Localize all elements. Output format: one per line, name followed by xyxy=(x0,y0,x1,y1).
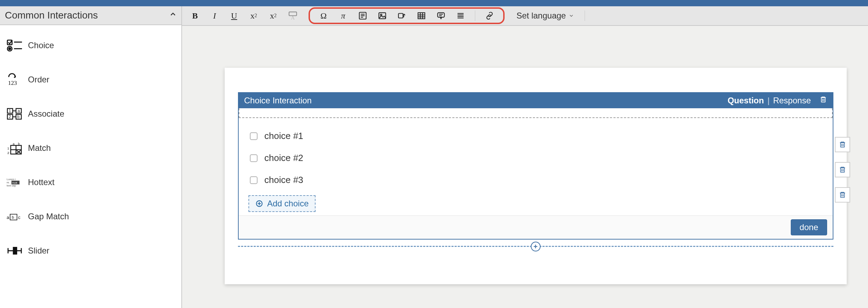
tab-separator: | xyxy=(767,96,769,105)
match-icon: a b 1 2 xyxy=(6,141,23,155)
choice-label[interactable]: choice #2 xyxy=(265,153,303,163)
order-icon: 123 xyxy=(6,73,23,87)
palette-header[interactable]: Common Interactions xyxy=(0,6,181,25)
bold-button[interactable]: B xyxy=(186,8,204,23)
palette-item-order[interactable]: 123 Order xyxy=(3,66,178,93)
underline-button[interactable]: U xyxy=(225,8,243,23)
media-button[interactable] xyxy=(393,8,411,23)
choice-item[interactable]: choice #3 xyxy=(248,171,823,193)
checkbox-icon[interactable] xyxy=(250,132,258,140)
palette-item-hottext[interactable]: Lorem i re. Hott text cap Hottext xyxy=(3,169,178,196)
palette-item-choice[interactable]: Choice xyxy=(3,32,178,59)
paragraph-format-button[interactable] xyxy=(452,8,469,23)
palette-item-gapmatch[interactable]: a b c Gap Match xyxy=(3,203,178,230)
done-button[interactable]: done xyxy=(791,219,827,235)
svg-text:a: a xyxy=(7,215,9,220)
superscript-button[interactable]: x2 xyxy=(265,8,282,23)
special-char-button[interactable]: Ω xyxy=(315,8,332,23)
palette-item-label: Order xyxy=(28,75,49,85)
table-button[interactable] xyxy=(413,8,430,23)
delete-choice-button[interactable] xyxy=(835,162,850,177)
tab-response[interactable]: Response xyxy=(773,96,811,105)
format-toolbar: B I U x2 x2 A Ω π xyxy=(182,6,868,26)
subscript-button[interactable]: x2 xyxy=(245,8,262,23)
toolbar-separator xyxy=(585,10,585,21)
language-selector[interactable]: Set language xyxy=(516,11,574,21)
add-choice-label: Add choice xyxy=(267,199,309,208)
svg-text:text cap: text cap xyxy=(7,184,16,187)
block-footer: done xyxy=(239,215,833,239)
svg-text:a: a xyxy=(18,109,20,113)
svg-text:b: b xyxy=(12,215,14,219)
svg-point-2 xyxy=(9,48,11,50)
palette-item-label: Choice xyxy=(28,41,54,50)
prompt-area[interactable] xyxy=(239,108,833,118)
svg-text:1: 1 xyxy=(9,109,11,113)
tooltip-button[interactable] xyxy=(432,8,450,23)
palette-item-match[interactable]: a b 1 2 Match xyxy=(3,135,178,161)
block-header-actions: Question | Response xyxy=(728,96,827,105)
item-page: Choice Interaction Question | Response xyxy=(225,68,847,284)
choice-item[interactable]: choice #2 xyxy=(248,149,823,171)
editor-canvas: Choice Interaction Question | Response xyxy=(182,26,868,308)
associate-icon: 1 a 2 b xyxy=(6,107,23,121)
chevron-down-icon xyxy=(569,11,574,21)
link-button[interactable] xyxy=(481,8,498,23)
checkbox-icon[interactable] xyxy=(250,176,258,184)
svg-rect-65 xyxy=(840,168,844,173)
shared-stimulus-button[interactable] xyxy=(354,8,371,23)
add-choice-button[interactable]: Add choice xyxy=(248,195,316,212)
palette-item-label: Gap Match xyxy=(28,212,69,221)
svg-rect-68 xyxy=(840,193,844,198)
palette-item-label: Slider xyxy=(28,246,49,256)
delete-block-button[interactable] xyxy=(819,96,827,105)
palette-body: Choice 123 Order 1 a xyxy=(0,25,181,271)
drop-zone-divider[interactable]: + xyxy=(238,246,833,247)
choice-item[interactable]: choice #1 xyxy=(248,127,823,149)
chevron-up-icon xyxy=(169,11,176,20)
svg-rect-59 xyxy=(821,98,825,102)
checkbox-icon[interactable] xyxy=(250,154,258,162)
choices-list: choice #1 choice #2 xyxy=(239,118,833,215)
svg-text:Hott: Hott xyxy=(12,181,17,184)
svg-text:b: b xyxy=(17,115,20,119)
svg-rect-46 xyxy=(398,14,403,18)
block-title: Choice Interaction xyxy=(244,96,312,105)
svg-text:2: 2 xyxy=(9,115,11,119)
svg-rect-47 xyxy=(418,13,425,19)
gapmatch-icon: a b c xyxy=(6,210,23,223)
svg-text:Lorem i: Lorem i xyxy=(7,178,16,181)
choice-label[interactable]: choice #1 xyxy=(265,131,303,141)
delete-choice-button[interactable] xyxy=(835,137,850,152)
palette-item-associate[interactable]: 1 a 2 b Associate xyxy=(3,101,178,127)
svg-rect-62 xyxy=(840,143,844,147)
tab-question[interactable]: Question xyxy=(728,96,764,105)
svg-text:123: 123 xyxy=(8,80,17,86)
editor-area: B I U x2 x2 A Ω π xyxy=(182,6,868,308)
math-button[interactable]: π xyxy=(334,8,352,23)
palette-item-label: Hottext xyxy=(28,177,55,187)
italic-button[interactable]: I xyxy=(206,8,223,23)
svg-rect-35 xyxy=(13,248,17,254)
palette-item-label: Associate xyxy=(28,109,64,119)
svg-text:1: 1 xyxy=(7,146,9,150)
svg-text:c: c xyxy=(18,215,21,220)
palette-item-label: Match xyxy=(28,143,51,153)
block-header: Choice Interaction Question | Response xyxy=(239,93,833,108)
palette-item-slider[interactable]: Slider xyxy=(3,237,178,264)
slider-icon xyxy=(6,244,23,258)
app-top-strip xyxy=(0,0,868,6)
font-style-button[interactable]: A xyxy=(284,8,302,23)
insert-tools-group-highlight: Ω π xyxy=(309,7,505,24)
svg-text:2: 2 xyxy=(7,151,9,155)
choice-icon xyxy=(6,38,23,52)
svg-text:b: b xyxy=(18,142,20,146)
choice-label[interactable]: choice #3 xyxy=(265,175,303,185)
delete-choice-button[interactable] xyxy=(835,187,850,203)
image-button[interactable] xyxy=(374,8,391,23)
choice-interaction-block[interactable]: Choice Interaction Question | Response xyxy=(238,92,833,240)
interaction-palette: Common Interactions Choice xyxy=(0,6,182,308)
language-label: Set language xyxy=(516,11,566,21)
svg-text:A: A xyxy=(291,15,295,20)
add-block-button[interactable]: + xyxy=(531,242,541,251)
